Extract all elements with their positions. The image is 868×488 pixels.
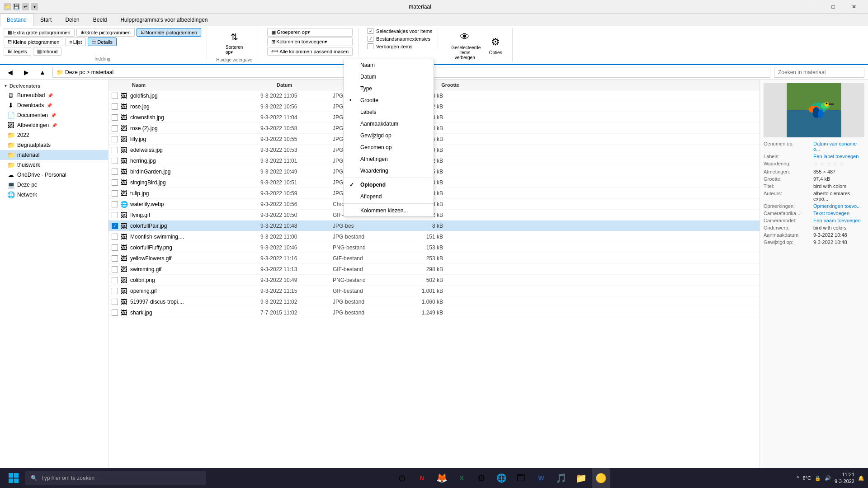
- tegels-btn[interactable]: ⊞ Tegels: [4, 47, 31, 56]
- file-checkbox[interactable]: [110, 125, 119, 131]
- nav-item-netwerk[interactable]: 🌐 Netwerk: [0, 190, 108, 200]
- close-button[interactable]: ✕: [844, 0, 864, 14]
- opties-btn[interactable]: ⚙ Opties: [484, 33, 507, 57]
- tab-start[interactable]: Start: [33, 14, 58, 26]
- camerafabrika-value[interactable]: Tekst toevoegen: [813, 211, 864, 216]
- lijst-btn[interactable]: ≡ Lijst: [65, 38, 86, 46]
- taskbar-spotify[interactable]: 🎵: [552, 468, 570, 488]
- table-row[interactable]: 🖼colibri.png9-3-2022 10:49PNG-bestand502…: [108, 275, 760, 286]
- labels-value[interactable]: Een label toevoegen: [813, 154, 864, 159]
- sort-menu-naam[interactable]: Naam: [344, 59, 434, 71]
- taskbar-file-explorer[interactable]: 📁: [572, 468, 590, 488]
- groeperen-btn[interactable]: ▦ Groeperen op▾: [267, 28, 353, 37]
- up-button[interactable]: ▲: [36, 66, 49, 79]
- forward-button[interactable]: ▶: [20, 66, 33, 79]
- file-checkbox[interactable]: [110, 234, 119, 240]
- nav-item-afbeeldingen[interactable]: 🖼 Afbeeldingen 📌: [0, 120, 108, 130]
- tray-expand[interactable]: ^: [797, 475, 799, 481]
- tab-delen[interactable]: Delen: [58, 14, 86, 26]
- table-row[interactable]: 🖼flying.gif9-3-2022 10:50GIF-bes2 kB: [108, 210, 760, 221]
- taskbar-settings[interactable]: ⚙: [472, 468, 491, 488]
- sort-menu-grootte[interactable]: • Grootte: [344, 94, 434, 106]
- sort-menu-kolommen[interactable]: Kolommen kiezen...: [344, 205, 434, 216]
- sort-menu-labels[interactable]: Labels: [344, 106, 434, 118]
- nav-item-documenten[interactable]: 📄 Documenten 📌: [0, 110, 108, 120]
- taskbar-photos[interactable]: 🗔: [512, 468, 530, 488]
- table-row[interactable]: 🖼goldfish.jpg9-3-2022 11:05JPG-bes8 kB: [108, 90, 760, 101]
- selected-hide-btn[interactable]: 👁 Geselecteerde items verbergen: [447, 28, 482, 62]
- checkbox-extensies[interactable]: Bestandsnaamextensies: [368, 36, 432, 42]
- taskbar-excel[interactable]: X: [453, 468, 471, 488]
- sort-menu-genomen[interactable]: Genomen op: [344, 141, 434, 153]
- tray-clock[interactable]: 11:21 9-3-2022: [835, 471, 854, 485]
- selectievakjes-checkbox[interactable]: [368, 28, 373, 34]
- inhoud-btn[interactable]: ▤ Inhoud: [33, 47, 62, 56]
- file-checkbox[interactable]: [110, 136, 119, 142]
- file-checkbox[interactable]: [110, 179, 119, 186]
- taskbar-firefox[interactable]: 🦊: [433, 468, 451, 488]
- checkbox-verborgen[interactable]: Verborgen items: [368, 43, 432, 49]
- sort-menu-aflopend[interactable]: Aflopend: [344, 191, 434, 202]
- tray-network[interactable]: 🔒: [815, 475, 821, 481]
- sort-menu-waardering[interactable]: Waardering: [344, 165, 434, 177]
- file-checkbox[interactable]: [110, 114, 119, 121]
- file-checkbox[interactable]: [110, 288, 119, 294]
- table-row[interactable]: 🖼519997-discus-tropi....9-3-2022 11:02JP…: [108, 296, 760, 307]
- alle-kolommen-btn[interactable]: ⟺ Alle kolommen passend maken: [267, 47, 353, 56]
- cameramodel-value[interactable]: Een naam toevoegen: [813, 218, 864, 223]
- taskbar-nox[interactable]: N: [413, 468, 431, 488]
- quick-access-dropdown[interactable]: ▾: [31, 3, 38, 10]
- verborgen-checkbox[interactable]: [368, 43, 373, 49]
- file-checkbox[interactable]: [110, 266, 119, 272]
- nav-item-bureaublad[interactable]: 🖥 Bureaublad 📌: [0, 90, 108, 100]
- table-row[interactable]: 🖼swimming.gif9-3-2022 11:13GIF-bestand29…: [108, 264, 760, 275]
- start-button[interactable]: [4, 468, 24, 488]
- file-checkbox[interactable]: [110, 310, 119, 316]
- col-header-name[interactable]: Naam: [128, 82, 273, 88]
- table-row[interactable]: 🖼birdInGarden.jpg9-3-2022 10:49JPG-bes5 …: [108, 166, 760, 177]
- table-row[interactable]: 🖼opening.gif9-3-2022 11:15GIF-bestand1.0…: [108, 286, 760, 296]
- table-row[interactable]: 🖼edelweiss.jpg9-3-2022 10:53JPG-bes10 kB: [108, 145, 760, 155]
- sorteren-btn[interactable]: ⇅ Sorterenop▾: [222, 28, 246, 56]
- table-row[interactable]: ✓🖼colorfullPair.jpg9-3-2022 10:48JPG-bes…: [108, 221, 760, 231]
- file-checkbox[interactable]: [110, 277, 119, 283]
- file-checkbox[interactable]: [110, 255, 119, 262]
- sort-menu-type[interactable]: Type: [344, 83, 434, 94]
- table-row[interactable]: 🖼singingBird.jpg9-3-2022 10:51JPG-bes3 k…: [108, 177, 760, 188]
- extra-groot-btn[interactable]: ▦ Extra grote pictogrammen: [4, 28, 75, 37]
- extensies-checkbox[interactable]: [368, 36, 373, 42]
- tab-beeld[interactable]: Beeld: [86, 14, 114, 26]
- checkbox-selectievakjes[interactable]: Selectievakjes voor items: [368, 28, 432, 34]
- opmerkingen-value[interactable]: Opmerkingen toevo...: [813, 203, 864, 209]
- genomen-op-value[interactable]: Datum van opname o...: [813, 141, 864, 152]
- normale-btn[interactable]: ⊡ Normale pictogrammen: [137, 28, 201, 37]
- file-checkbox[interactable]: [110, 93, 119, 99]
- table-row[interactable]: 🖼herring.jpg9-3-2022 11:01JPG-bes2 kB: [108, 155, 760, 166]
- maximize-button[interactable]: □: [823, 0, 844, 14]
- tray-notification[interactable]: 🔔: [858, 475, 864, 481]
- kolommen-toevoegen-btn[interactable]: ⊞ Kolommen toevoegen▾: [267, 38, 353, 46]
- table-row[interactable]: 🖼tulip.jpg9-3-2022 10:59JPG-bes3 kB: [108, 188, 760, 199]
- table-row[interactable]: 🖼lilly.jpg9-3-2022 10:55JPG-bes5 kB: [108, 134, 760, 145]
- details-btn[interactable]: ☰ Details: [88, 38, 117, 46]
- file-checkbox[interactable]: [110, 244, 119, 251]
- table-row[interactable]: 🖼clownsfish.jpg9-3-2022 11:04JPG-bes3 kB: [108, 112, 760, 123]
- quick-access-undo[interactable]: ↩: [22, 3, 29, 10]
- waardering-value[interactable]: ☆ ☆ ☆ ☆ ☆: [813, 161, 864, 167]
- table-row[interactable]: 🖼shark.jpg7-7-2015 11:02JPG-bestand1.249…: [108, 307, 760, 318]
- file-checkbox[interactable]: [110, 299, 119, 305]
- nav-item-materiaal[interactable]: 📁 materiaal: [0, 150, 108, 160]
- back-button[interactable]: ◀: [4, 66, 16, 79]
- quick-access-save[interactable]: 💾: [13, 3, 20, 10]
- nav-item-downloads[interactable]: ⬇ Downloads 📌: [0, 100, 108, 110]
- nav-item-deze-pc[interactable]: 💻 Deze pc: [0, 180, 108, 190]
- file-checkbox[interactable]: [110, 103, 119, 110]
- sort-menu-aanmaakdatum[interactable]: Aanmaakdatum: [344, 118, 434, 130]
- col-header-date[interactable]: Datum: [273, 82, 345, 88]
- file-checkbox[interactable]: [110, 158, 119, 164]
- table-row[interactable]: 🖼colorfullFluffy.png9-3-2022 10:46PNG-be…: [108, 242, 760, 253]
- file-checkbox[interactable]: [110, 212, 119, 218]
- search-input[interactable]: [774, 67, 864, 78]
- table-row[interactable]: 🖼rose.jpg9-3-2022 10:56JPG-bes2 kB: [108, 101, 760, 112]
- kleine-btn[interactable]: ⊟ Kleine pictogrammen: [4, 38, 63, 46]
